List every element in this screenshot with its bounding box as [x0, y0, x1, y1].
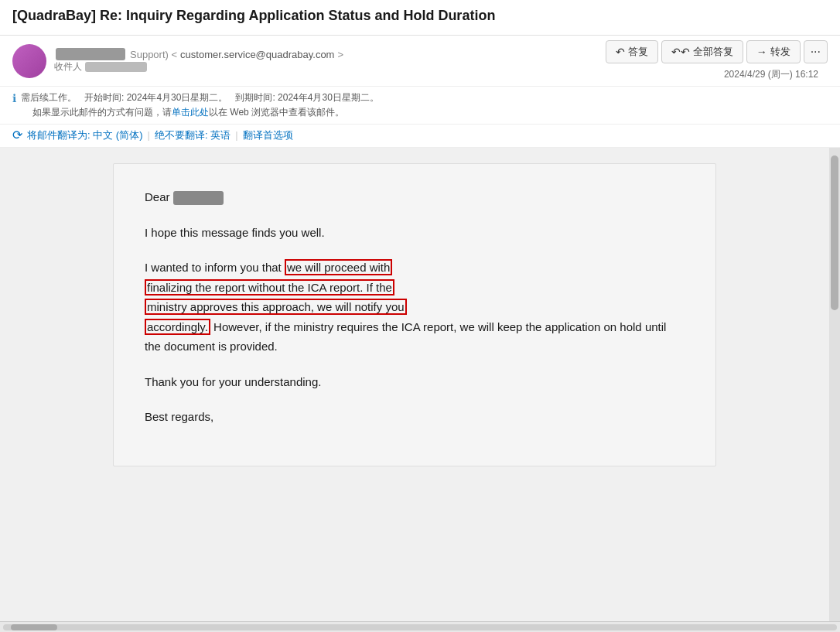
highlight-1: we will proceed with [285, 259, 392, 275]
scrollbar-right[interactable] [829, 148, 840, 621]
email-body-wrapper: Dear I hope this message finds you well.… [0, 148, 840, 621]
info-text-1: 需后续工作。 开始时间: 2024年4月30日星期二。 到期时间: 2024年4… [21, 91, 379, 104]
forward-label: 转发 [770, 45, 790, 59]
recipient-blurred [85, 62, 147, 72]
reply-all-icon: ↶↶ [671, 46, 690, 58]
email-subject: [QuadraBay] Re: Inquiry Regarding Applic… [12, 8, 828, 24]
info-text-2: 如果显示此邮件的方式有问题，请单击此处以在 Web 浏览器中查看该邮件。 [32, 106, 344, 119]
greeting-name-blurred [173, 191, 224, 205]
scrollbar-thumb[interactable] [831, 155, 838, 310]
translation-bar: ⟳ 将邮件翻译为: 中文 (简体) | 绝不要翻译: 英语 | 翻译首选项 [0, 125, 840, 148]
sender-email-close: > [337, 49, 343, 60]
reply-icon: ↶ [616, 46, 625, 58]
forward-button[interactable]: → 转发 [746, 40, 801, 63]
reply-all-button[interactable]: ↶↶ 全部答复 [661, 40, 743, 63]
para3-text: Thank you for your understanding. [145, 375, 321, 388]
bottom-scrollbar-track[interactable] [3, 624, 837, 630]
email-body-scroll[interactable]: Dear I hope this message finds you well.… [0, 148, 829, 621]
info-line-2: 如果显示此邮件的方式有问题，请单击此处以在 Web 浏览器中查看该邮件。 [12, 106, 828, 119]
sender-email: customer.service@quadrabay.com [180, 49, 334, 60]
sender-name-row: Support) < customer.service@quadrabay.co… [54, 48, 343, 60]
sender-left: Support) < customer.service@quadrabay.co… [12, 44, 343, 78]
email-container: [QuadraBay] Re: Inquiry Regarding Applic… [0, 0, 840, 632]
more-button[interactable]: ··· [804, 40, 828, 63]
paragraph-1: I hope this message finds you well. [145, 223, 685, 243]
greeting-dear: Dear [145, 190, 170, 203]
translation-preferences-link[interactable]: 翻译首选项 [243, 128, 293, 142]
reply-all-label: 全部答复 [693, 45, 733, 59]
forward-icon: → [756, 46, 767, 58]
highlight-2: finalizing the report without the ICA re… [145, 279, 394, 296]
sender-row: Support) < customer.service@quadrabay.co… [0, 36, 840, 87]
highlight-4: accordingly. [145, 319, 210, 335]
bottom-scrollbar-thumb[interactable] [11, 624, 57, 630]
reply-button[interactable]: ↶ 答复 [606, 40, 658, 63]
recipient-label: 收件人 [54, 60, 82, 73]
view-in-browser-link[interactable]: 单击此处 [172, 107, 209, 118]
closing-text: Best regards, [145, 410, 213, 423]
reply-label: 答复 [628, 45, 648, 59]
bottom-scrollbar[interactable] [0, 621, 840, 632]
title-bar: [QuadraBay] Re: Inquiry Regarding Applic… [0, 0, 840, 36]
recipient-row: 收件人 [54, 60, 343, 73]
paragraph-2: I wanted to inform you that we will proc… [145, 258, 685, 357]
avatar [12, 44, 46, 78]
timestamp: 2024/4/29 (周一) 16:12 [724, 68, 818, 81]
email-body: Dear I hope this message finds you well.… [113, 163, 716, 466]
closing: Best regards, [145, 407, 685, 427]
highlight-3: ministry approves this approach, we will… [145, 299, 407, 315]
para1-text: I hope this message finds you well. [145, 226, 325, 239]
info-bar: ℹ 需后续工作。 开始时间: 2024年4月30日星期二。 到期时间: 2024… [0, 87, 840, 125]
sender-actions-col: ↶ 答复 ↶↶ 全部答复 → 转发 ··· 2024/4/29 (周一) 16:… [606, 40, 828, 81]
translate-icon: ⟳ [12, 128, 22, 142]
translate-to-link[interactable]: 将邮件翻译为: 中文 (简体) [27, 128, 143, 142]
paragraph-3: Thank you for your understanding. [145, 372, 685, 392]
sender-info: Support) < customer.service@quadrabay.co… [54, 48, 343, 73]
sender-name-blurred [56, 48, 125, 60]
info-icon: ℹ [12, 92, 16, 104]
para2-rest: However, if the ministry requires the IC… [145, 320, 666, 354]
never-translate-link[interactable]: 绝不要翻译: 英语 [155, 128, 230, 142]
sender-service: Support) < [130, 49, 177, 60]
info-line-1: ℹ 需后续工作。 开始时间: 2024年4月30日星期二。 到期时间: 2024… [12, 91, 828, 104]
para2-before: I wanted to inform you that [145, 261, 285, 274]
greeting: Dear [145, 187, 685, 207]
